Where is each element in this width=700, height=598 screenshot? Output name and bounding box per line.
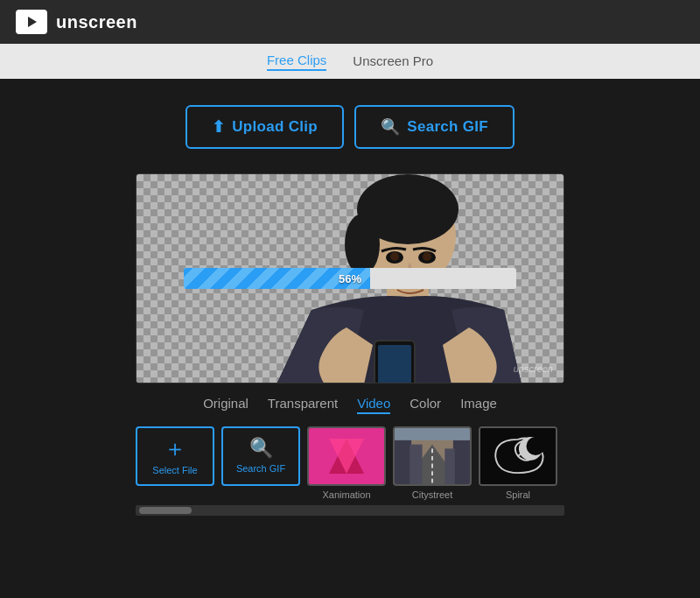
- progress-bar-container: 56%: [184, 268, 516, 289]
- citystreet-label: Citystreet: [412, 489, 452, 500]
- svg-rect-17: [410, 445, 422, 485]
- citystreet-thumb: [393, 426, 472, 486]
- search-gif-thumb: 🔍 Search GIF: [221, 426, 300, 486]
- clips-row-wrapper: ＋ Select File 🔍 Search GIF: [136, 426, 564, 500]
- svg-rect-19: [444, 448, 454, 484]
- tab-transparent[interactable]: Transparent: [268, 396, 338, 414]
- search-gif-icon: 🔍: [381, 117, 400, 137]
- nav-unscreen-pro[interactable]: Unscreen Pro: [353, 53, 433, 70]
- header: unscreen: [0, 0, 700, 44]
- xanimation-icon: [325, 434, 368, 478]
- nav: Free Clips Unscreen Pro: [0, 44, 700, 79]
- clip-spiral[interactable]: Spiral: [479, 426, 557, 500]
- svg-rect-20: [395, 428, 470, 440]
- tab-original[interactable]: Original: [203, 396, 248, 414]
- spiral-label: Spiral: [506, 489, 530, 500]
- tab-video[interactable]: Video: [357, 396, 390, 414]
- preview-container: 56% unscreen: [136, 173, 564, 383]
- logo-area: unscreen: [16, 10, 137, 34]
- svg-point-9: [390, 252, 399, 261]
- clip-xanimation[interactable]: Xanimation: [307, 426, 386, 500]
- nav-free-clips[interactable]: Free Clips: [267, 53, 326, 71]
- select-file-thumb: ＋ Select File: [136, 426, 214, 486]
- clip-search-gif[interactable]: 🔍 Search GIF: [221, 426, 300, 486]
- clip-citystreet[interactable]: Citystreet: [393, 426, 472, 500]
- xanimation-label: Xanimation: [322, 489, 370, 500]
- spiral-thumb: [479, 426, 557, 486]
- watermark: unscreen: [514, 363, 553, 374]
- clip-select-file[interactable]: ＋ Select File: [136, 426, 214, 486]
- scrollbar-container[interactable]: [136, 505, 564, 516]
- scrollbar-thumb: [139, 507, 192, 514]
- select-file-label: Select File: [152, 465, 197, 475]
- svg-point-10: [423, 252, 431, 261]
- xanimation-thumb: [307, 426, 386, 486]
- svg-rect-18: [453, 440, 470, 485]
- spiral-icon: [480, 426, 556, 486]
- search-gif-label: Search GIF: [407, 118, 488, 136]
- search-gif-clip-label: Search GIF: [236, 463, 285, 474]
- action-buttons: ⬆ Upload Clip 🔍 Search GIF: [186, 105, 514, 149]
- progress-overlay: 56%: [184, 268, 516, 289]
- upload-clip-label: Upload Clip: [232, 118, 318, 136]
- tab-image[interactable]: Image: [460, 396, 497, 414]
- search-gif-button[interactable]: 🔍 Search GIF: [354, 105, 514, 149]
- play-icon: [28, 17, 37, 27]
- citystreet-icon: [395, 426, 470, 486]
- plus-icon: ＋: [164, 437, 186, 460]
- main: ⬆ Upload Clip 🔍 Search GIF: [0, 79, 700, 533]
- tabs-row: Original Transparent Video Color Image: [203, 396, 497, 414]
- svg-rect-6: [378, 345, 411, 383]
- magnify-icon: 🔍: [249, 439, 273, 458]
- clips-row: ＋ Select File 🔍 Search GIF: [136, 426, 564, 500]
- svg-point-23: [527, 437, 545, 455]
- logo-text: unscreen: [56, 12, 137, 32]
- tab-color[interactable]: Color: [410, 396, 441, 414]
- watermark-text: unscreen: [514, 363, 553, 374]
- upload-icon: ⬆: [212, 117, 225, 137]
- upload-clip-button[interactable]: ⬆ Upload Clip: [186, 105, 344, 149]
- svg-point-3: [345, 214, 380, 275]
- svg-rect-16: [395, 436, 411, 484]
- progress-text: 56%: [339, 272, 361, 285]
- logo-icon: [16, 10, 47, 34]
